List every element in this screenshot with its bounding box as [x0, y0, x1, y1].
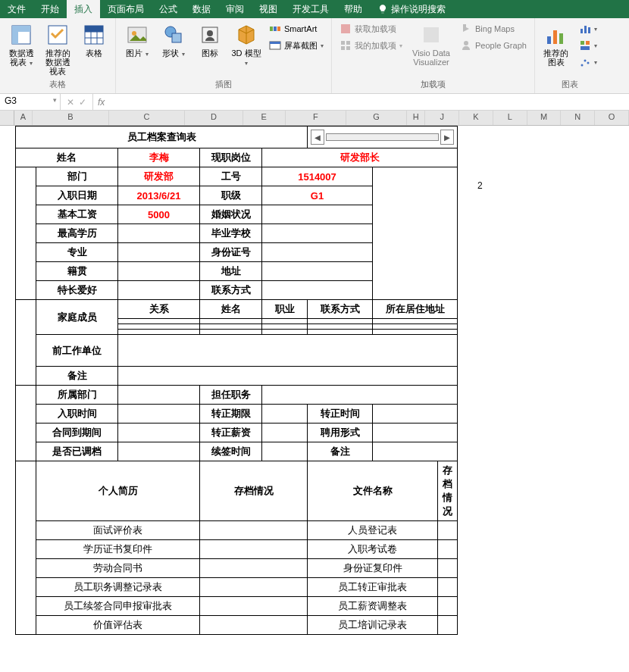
svg-rect-35 [586, 41, 590, 45]
bing-maps-button[interactable]: Bing Maps [457, 21, 530, 36]
col-E[interactable]: E [243, 111, 286, 125]
svg-rect-31 [580, 29, 583, 33]
col-C[interactable]: C [109, 111, 186, 125]
value-hobby[interactable] [118, 281, 200, 300]
picture-button[interactable]: 图片 ▾ [120, 21, 154, 60]
table-button[interactable]: 表格 [77, 21, 111, 59]
tab-review[interactable]: 审阅 [218, 0, 252, 18]
value-position[interactable]: 研发部长 [262, 148, 458, 167]
hierarchy-icon [579, 39, 591, 52]
tab-insert[interactable]: 插入 [67, 0, 100, 18]
tab-formulas[interactable]: 公式 [152, 0, 185, 18]
value-school[interactable] [262, 224, 373, 243]
shapes-icon [161, 23, 186, 47]
people-graph-button[interactable]: People Graph [457, 38, 530, 53]
col-L[interactable]: L [493, 111, 527, 125]
get-addins-button[interactable]: 获取加载项 [336, 21, 405, 36]
tab-dev[interactable]: 开发工具 [285, 0, 336, 18]
scatter-icon [579, 56, 591, 68]
cancel-formula-button[interactable]: ✕ [67, 97, 74, 108]
value-native[interactable] [118, 262, 200, 281]
file-renew: 员工续签合同申报审批表 [36, 597, 200, 616]
value-education[interactable] [118, 224, 200, 243]
col-O[interactable]: O [595, 111, 629, 125]
svg-rect-16 [270, 27, 273, 31]
smartart-button[interactable]: SmartArt [266, 21, 327, 36]
tell-me-search[interactable]: 操作说明搜索 [370, 0, 453, 18]
label-idcard: 身份证号 [200, 243, 262, 262]
label-faddress: 所在居住地址 [373, 300, 458, 319]
col-J[interactable]: J [425, 111, 459, 125]
form-title: 员工档案查询表 [16, 127, 308, 148]
icons-button[interactable]: 图标 [193, 21, 227, 59]
ribbon-group-tables: 数据透视表 ▾ 推荐的数据透视表 表格 表格 [0, 18, 116, 93]
file-train: 员工培训记录表 [308, 616, 438, 635]
col-B[interactable]: B [33, 111, 109, 125]
tab-data[interactable]: 数据 [185, 0, 218, 18]
accept-formula-button[interactable]: ✓ [79, 97, 86, 108]
col-M[interactable]: M [527, 111, 562, 125]
col-K[interactable]: K [459, 111, 493, 125]
tab-layout[interactable]: 页面布局 [100, 0, 152, 18]
cell-K3[interactable]: 2 [477, 180, 483, 191]
value-major[interactable] [118, 243, 200, 262]
value-contact[interactable] [262, 281, 373, 300]
value-marital[interactable] [262, 205, 373, 224]
label-resume: 个人简历 [36, 461, 200, 521]
fx-icon[interactable]: fx [93, 97, 109, 108]
record-spinner[interactable]: ◄ ► [311, 129, 454, 145]
label-filename: 文件名称 [308, 461, 438, 521]
select-all-corner[interactable] [0, 111, 14, 125]
prev-record-button[interactable]: ◄ [311, 130, 324, 145]
col-N[interactable]: N [561, 111, 595, 125]
value-salary[interactable]: 5000 [118, 205, 200, 224]
label-fname: 姓名 [200, 300, 262, 319]
recommended-charts-button[interactable]: 推荐的图表 [540, 21, 573, 68]
value-idcard[interactable] [262, 243, 373, 262]
photo-area[interactable] [373, 167, 458, 300]
value-address[interactable] [262, 262, 373, 281]
ribbon-body: 数据透视表 ▾ 推荐的数据透视表 表格 表格 图片 ▾ 形状 ▾ [0, 18, 629, 94]
name-box[interactable]: G3 [0, 94, 61, 110]
col-A[interactable]: A [14, 111, 33, 125]
family-row[interactable] [118, 319, 200, 324]
value-hiredate[interactable]: 2013/6/21 [118, 186, 200, 205]
label-duty: 担任职务 [200, 386, 262, 405]
label-native: 籍贯 [36, 262, 118, 281]
chart-type-1[interactable]: ▾ [576, 21, 600, 36]
label-hremark: 备注 [308, 442, 373, 461]
tab-home[interactable]: 开始 [33, 0, 67, 18]
file-edu: 学历证书复印件 [36, 540, 200, 559]
col-F[interactable]: F [286, 111, 346, 125]
col-H[interactable]: H [407, 111, 425, 125]
next-record-button[interactable]: ► [440, 130, 454, 145]
value-dept[interactable]: 研发部 [118, 167, 200, 186]
value-name[interactable]: 李梅 [118, 148, 200, 167]
family-row[interactable] [118, 324, 200, 330]
tab-file[interactable]: 文件 [0, 0, 33, 18]
worksheet-grid: A B C D E F G H J K L M N O 2 员工档案查询表 [0, 111, 629, 126]
col-D[interactable]: D [185, 111, 243, 125]
shapes-button[interactable]: 形状 ▾ [157, 21, 190, 60]
value-remark[interactable] [118, 367, 458, 386]
value-empno[interactable]: 1514007 [262, 167, 373, 186]
3d-models-button[interactable]: 3D 模型 ▾ [230, 21, 263, 69]
value-rank[interactable]: G1 [262, 186, 373, 205]
value-prevwork[interactable] [118, 335, 458, 367]
label-address: 地址 [200, 262, 262, 281]
addin-icon [340, 39, 352, 52]
label-contact: 联系方式 [200, 281, 262, 300]
chart-type-2[interactable]: ▾ [576, 38, 600, 53]
label-regtime: 转正时间 [308, 405, 373, 424]
pivot-table-button[interactable]: 数据透视表 ▾ [5, 21, 38, 69]
chart-type-3[interactable]: ▾ [576, 55, 600, 70]
family-row[interactable] [118, 330, 200, 335]
tab-help[interactable]: 帮助 [336, 0, 370, 18]
tab-view[interactable]: 视图 [252, 0, 285, 18]
visio-button[interactable]: Visio Data Visualizer [408, 21, 454, 68]
col-G[interactable]: G [346, 111, 407, 125]
svg-rect-17 [274, 27, 277, 31]
recommended-pivot-button[interactable]: 推荐的数据透视表 [41, 21, 74, 77]
screenshot-button[interactable]: 屏幕截图 ▾ [266, 38, 327, 53]
my-addins-button[interactable]: 我的加载项 ▾ [336, 38, 405, 53]
